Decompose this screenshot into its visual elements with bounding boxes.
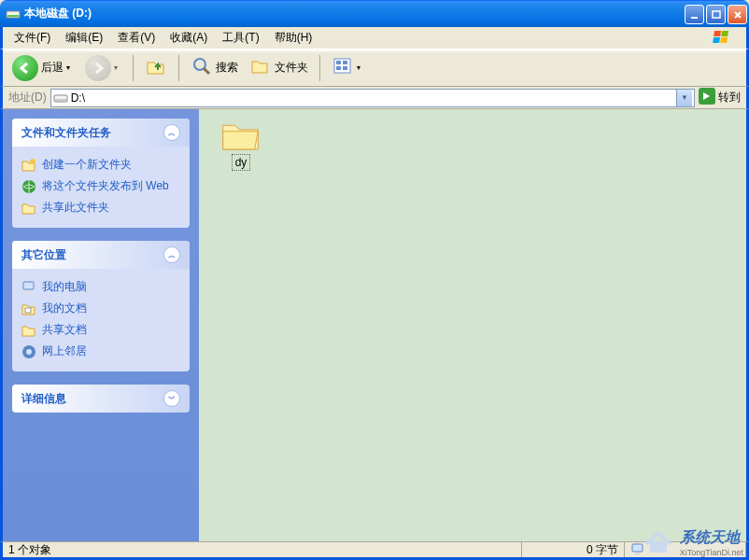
folder-item[interactable]: dy [208,119,274,171]
views-icon [332,55,354,80]
toolbar-divider [319,55,320,81]
status-size-text: 0 字节 [586,542,618,558]
svg-rect-11 [343,61,347,64]
folders-label: 文件夹 [275,60,308,76]
back-label: 后退 [41,60,64,76]
svg-rect-21 [25,308,31,313]
place-label: 共享文档 [42,322,87,338]
folder-up-icon [145,55,167,80]
svg-rect-7 [720,37,728,43]
forward-button[interactable]: ▾ [81,53,125,83]
collapse-icon: ︽ [163,246,180,263]
place-network-places[interactable]: 网上邻居 [21,341,180,362]
drive-icon [53,91,68,105]
menu-favorites[interactable]: 收藏(A) [163,28,215,48]
folder-content-area[interactable]: dy [199,109,746,541]
toolbar-divider [133,55,134,81]
svg-rect-13 [343,66,347,70]
panel-title: 文件和文件夹任务 [21,125,111,141]
explorer-body: 文件和文件夹任务 ︽ 创建一个新文件夹 将这个文件夹发布到 Web 共享此文件夹 [0,109,749,541]
place-label: 我的电脑 [42,279,87,295]
place-my-computer[interactable]: 我的电脑 [21,276,180,298]
task-publish-web[interactable]: 将这个文件夹发布到 Web [21,175,180,197]
my-computer-icon [630,542,645,557]
documents-icon [21,301,36,316]
network-icon [21,344,36,359]
menu-view[interactable]: 查看(V) [110,28,163,48]
drive-icon [6,7,21,21]
search-button[interactable]: 搜索 [187,53,242,82]
svg-rect-3 [713,11,720,18]
menu-edit[interactable]: 编辑(E) [58,28,110,48]
panel-title: 详细信息 [21,391,66,407]
shared-folder-icon [21,323,36,338]
window-title: 本地磁盘 (D:) [24,6,685,21]
toolbar-divider [178,55,179,81]
panel-header-places[interactable]: 其它位置 ︽ [12,241,190,269]
menu-tools[interactable]: 工具(T) [215,28,266,48]
panel-header-details[interactable]: 详细信息 ︾ [12,385,190,413]
new-folder-icon [21,158,36,173]
address-input[interactable]: D:\ ▼ [50,89,695,107]
globe-icon [21,179,36,194]
svg-rect-25 [635,553,640,555]
menu-file[interactable]: 文件(F) [7,28,58,48]
back-icon [12,55,38,81]
up-button[interactable] [141,53,171,82]
place-shared-documents[interactable]: 共享文档 [21,319,180,341]
menu-help[interactable]: 帮助(H) [267,28,320,48]
minimize-button[interactable] [685,5,704,24]
panel-details: 详细信息 ︾ [12,385,190,413]
panel-file-tasks: 文件和文件夹任务 ︽ 创建一个新文件夹 将这个文件夹发布到 Web 共享此文件夹 [12,119,190,228]
search-icon [191,55,213,80]
share-folder-icon [21,201,36,216]
chevron-down-icon: ▾ [357,63,364,72]
go-button[interactable]: 转到 [699,88,741,107]
place-label: 我的文档 [42,301,87,316]
menubar: 文件(F) 编辑(E) 查看(V) 收藏(A) 工具(T) 帮助(H) [0,27,749,49]
go-label: 转到 [718,90,741,105]
task-label: 将这个文件夹发布到 Web [42,178,169,194]
address-dropdown-button[interactable]: ▼ [676,90,692,106]
task-share-folder[interactable]: 共享此文件夹 [21,197,180,218]
chevron-down-icon: ▾ [66,63,74,72]
status-objects-text: 1 个对象 [8,542,51,558]
svg-rect-12 [336,66,341,70]
folders-button[interactable]: 文件夹 [246,53,312,82]
folder-name: dy [232,154,251,171]
chevron-down-icon: ▾ [114,63,121,72]
panel-title: 其它位置 [21,247,66,263]
place-my-documents[interactable]: 我的文档 [21,298,180,319]
address-value: D:\ [68,91,676,105]
addressbar: 地址(D) D:\ ▼ 转到 [0,87,749,109]
panel-header-tasks[interactable]: 文件和文件夹任务 ︽ [12,119,190,147]
maximize-button[interactable] [706,5,726,24]
svg-point-23 [26,349,32,355]
task-label: 创建一个新文件夹 [42,157,132,173]
collapse-icon: ︽ [163,124,180,141]
address-label: 地址(D) [8,90,47,105]
statusbar: 1 个对象 0 字节 [0,541,749,560]
svg-rect-19 [23,282,34,289]
task-label: 共享此文件夹 [42,200,109,216]
computer-icon [21,280,36,295]
svg-point-17 [30,159,35,164]
back-button[interactable]: 后退 ▾ [8,53,78,83]
toolbar: 后退 ▾ ▾ 搜索 文件夹 ▾ [0,49,749,87]
svg-rect-6 [713,37,720,43]
svg-rect-4 [714,31,721,36]
svg-rect-20 [26,290,31,293]
svg-rect-10 [336,61,341,64]
status-size: 0 字节 [522,542,625,557]
folders-icon [249,55,272,80]
task-new-folder[interactable]: 创建一个新文件夹 [21,154,180,175]
status-objects: 1 个对象 [3,542,522,557]
folder-icon [220,119,261,154]
close-button[interactable] [728,5,747,24]
place-label: 网上邻居 [42,343,87,359]
svg-rect-1 [7,15,19,17]
svg-rect-5 [721,31,728,36]
svg-rect-15 [55,99,66,101]
svg-rect-24 [632,544,643,552]
views-button[interactable]: ▾ [328,53,368,82]
